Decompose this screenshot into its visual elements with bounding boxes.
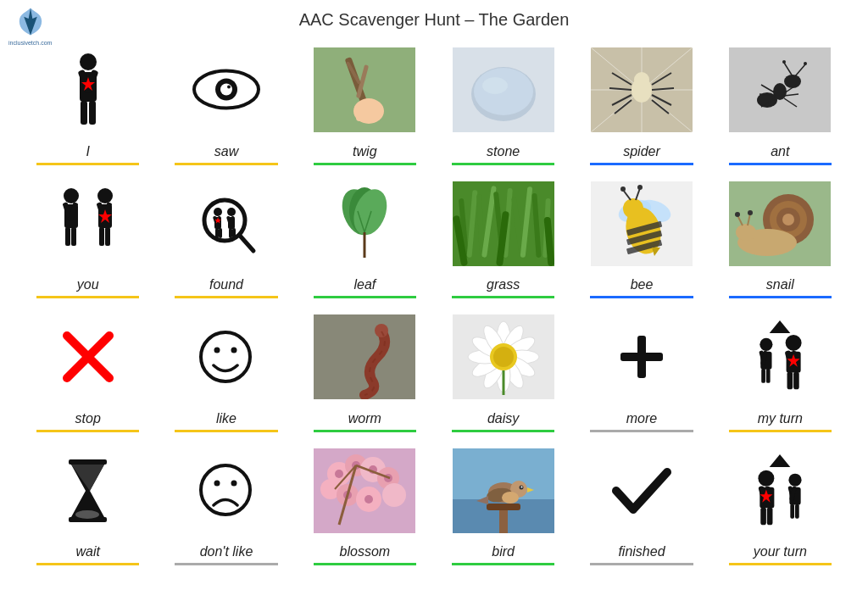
svg-point-9 [220, 84, 232, 96]
cell-stone: stone [434, 36, 572, 170]
cell-saw: saw [157, 36, 295, 170]
cell-yourturn: your turn [711, 437, 849, 571]
svg-rect-62 [99, 227, 104, 246]
cell-yourturn-underline [729, 563, 832, 565]
cell-snail: snail [711, 170, 849, 304]
svg-point-175 [382, 483, 406, 507]
cell-saw-underline [175, 163, 277, 165]
cell-daisy-label: daisy [487, 411, 519, 426]
svg-rect-56 [65, 227, 70, 246]
cell-you-underline [36, 296, 139, 298]
cell-more-underline [590, 430, 693, 432]
svg-point-0 [80, 53, 97, 70]
svg-marker-198 [770, 454, 791, 467]
symbol-grid: I saw [19, 36, 849, 570]
cell-you: you [19, 170, 157, 304]
cell-wait-underline [36, 563, 139, 565]
svg-point-73 [227, 208, 236, 216]
cell-myturn: my turn [711, 303, 849, 437]
svg-rect-204 [767, 507, 773, 525]
svg-rect-155 [766, 369, 771, 383]
svg-point-168 [231, 481, 237, 487]
cell-dontlike-underline [175, 563, 277, 565]
cell-finished-label: finished [618, 544, 665, 559]
svg-point-10 [227, 86, 231, 89]
cell-you-label: you [77, 277, 99, 292]
cell-ant-label: ant [771, 144, 789, 159]
svg-rect-71 [215, 228, 219, 238]
page-title: AAC Scavenger Hunt – The Garden [0, 0, 868, 36]
cell-twig-label: twig [353, 144, 376, 159]
cell-worm-underline [314, 430, 416, 432]
cell-twig-underline [314, 163, 416, 165]
svg-point-165 [75, 510, 99, 519]
cell-stone-underline [452, 163, 554, 165]
svg-rect-190 [487, 504, 520, 510]
svg-point-145 [493, 347, 514, 367]
svg-point-167 [214, 481, 220, 487]
svg-point-50 [782, 60, 786, 64]
cell-i: I [19, 36, 157, 170]
cell-daisy: daisy [434, 303, 572, 437]
svg-rect-18 [356, 104, 364, 121]
cell-found: found [157, 170, 295, 304]
svg-point-126 [201, 332, 250, 381]
cell-stop-underline [36, 430, 139, 432]
svg-point-110 [620, 186, 626, 192]
cell-daisy-underline [452, 430, 554, 432]
svg-point-156 [786, 335, 802, 351]
svg-point-51 [804, 62, 807, 65]
svg-marker-149 [770, 320, 791, 333]
svg-point-29 [634, 72, 649, 87]
cell-grass-label: grass [487, 277, 520, 292]
cell-blossom: blossom [296, 437, 434, 571]
svg-point-130 [375, 324, 388, 337]
cell-stop: stop [19, 303, 157, 437]
cell-worm: worm [296, 303, 434, 437]
cell-wait-label: wait [75, 544, 99, 559]
svg-point-178 [335, 470, 343, 478]
svg-point-123 [748, 210, 753, 215]
cell-spider-underline [590, 163, 693, 165]
cell-stone-label: stone [487, 144, 520, 159]
svg-point-22 [482, 77, 508, 94]
svg-rect-211 [795, 504, 799, 518]
cell-finished: finished [572, 437, 710, 571]
svg-rect-4 [81, 101, 87, 125]
svg-point-119 [736, 224, 756, 241]
cell-grass: grass [434, 170, 572, 304]
cell-ant: ant [711, 36, 849, 170]
cell-like-label: like [216, 411, 236, 426]
cell-bird: bird [434, 437, 572, 571]
svg-rect-17 [371, 103, 378, 121]
svg-point-128 [231, 347, 237, 353]
svg-rect-63 [105, 227, 110, 246]
cell-ant-underline [729, 163, 832, 165]
svg-point-52 [64, 188, 79, 203]
cell-stop-label: stop [75, 411, 101, 426]
cell-twig: twig [296, 36, 434, 170]
cell-worm-label: worm [348, 411, 381, 426]
cell-dontlike-label: don't like [200, 544, 253, 559]
cell-more: more [572, 303, 710, 437]
cell-blossom-label: blossom [340, 544, 391, 559]
svg-rect-210 [791, 504, 795, 518]
cell-found-underline [175, 296, 277, 298]
cell-myturn-label: my turn [758, 411, 803, 426]
svg-point-206 [789, 473, 802, 486]
svg-point-166 [201, 465, 250, 515]
svg-rect-57 [71, 227, 76, 246]
cell-snail-underline [729, 296, 832, 298]
cell-saw-label: saw [214, 144, 238, 159]
cell-i-label: I [86, 144, 89, 159]
svg-rect-203 [761, 507, 767, 525]
svg-rect-16 [363, 100, 371, 121]
svg-point-122 [735, 212, 740, 217]
cell-spider-label: spider [623, 144, 660, 159]
cell-finished-underline [590, 563, 693, 565]
svg-point-67 [214, 208, 222, 216]
svg-rect-163 [69, 459, 107, 465]
cell-more-label: more [626, 411, 657, 426]
cell-leaf-underline [314, 296, 416, 298]
svg-rect-160 [787, 372, 793, 390]
